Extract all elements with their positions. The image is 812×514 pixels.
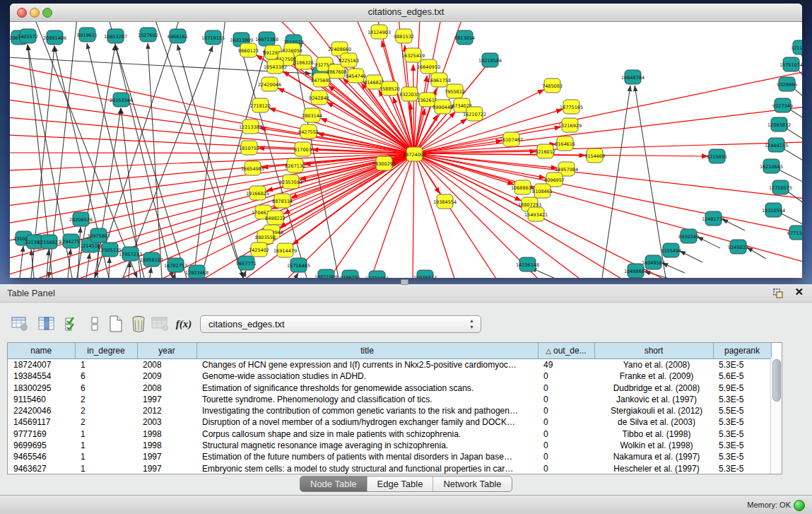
delete-table-button[interactable] [129, 314, 148, 334]
column-header-in_degree[interactable]: in_degree [75, 343, 137, 359]
window-titlebar[interactable]: citations_edges.txt [10, 4, 802, 22]
table-cell[interactable]: Jankovic et al. (1997) [594, 394, 713, 405]
table-cell[interactable]: Investigating the contribution of common… [196, 405, 538, 416]
table-cell[interactable]: 14569117 [8, 416, 75, 428]
table-cell[interactable]: 0 [538, 405, 594, 416]
table-row[interactable]: 911546021997Tourette syndrome. Phenomeno… [8, 394, 771, 405]
table-cell[interactable]: 1 [75, 440, 137, 451]
float-panel-icon[interactable] [772, 288, 784, 299]
table-cell[interactable]: 2008 [137, 382, 196, 394]
table-cell[interactable]: 0 [538, 451, 594, 462]
table-cell[interactable]: Estimation of significance thresholds fo… [196, 382, 538, 394]
table-cell[interactable]: 5.3E-5 [713, 428, 771, 440]
table-cell[interactable]: 1997 [137, 451, 196, 462]
table-cell[interactable]: 5.5E-5 [713, 405, 771, 416]
table-cell[interactable]: 19384554 [8, 370, 75, 382]
table-cell[interactable]: 9699695 [8, 440, 75, 451]
table-cell[interactable]: 6 [75, 370, 137, 382]
table-row[interactable]: 2242004622012Investigating the contribut… [8, 405, 771, 416]
table-cell[interactable]: Tourette syndrome. Phenomenology and cla… [196, 394, 538, 405]
table-cell[interactable]: 1 [75, 451, 137, 462]
table-cell[interactable]: 1997 [137, 394, 196, 405]
table-cell[interactable]: 2012 [137, 405, 196, 416]
table-cell[interactable]: 2009 [137, 370, 196, 382]
table-row[interactable]: 969969511998Structural magnetic resonanc… [8, 440, 771, 451]
table-cell[interactable]: 1997 [137, 463, 196, 474]
table-cell[interactable]: 6 [75, 382, 137, 394]
table-cell[interactable]: 9463627 [8, 463, 75, 474]
table-cell[interactable]: 1 [75, 359, 137, 371]
memory-status-led[interactable] [794, 500, 805, 511]
table-cell[interactable]: Dudbridge et al. (2008) [594, 382, 713, 394]
new-table-button[interactable] [106, 314, 126, 334]
table-cell[interactable]: 0 [538, 440, 594, 451]
table-cell[interactable]: de Silva et al. (2003) [594, 416, 713, 428]
table-row[interactable]: 946362711997Embryonic stem cells: a mode… [8, 463, 771, 474]
table-cell[interactable]: 5.3E-5 [713, 463, 771, 474]
table-selector-dropdown[interactable]: citations_edges.txt ▲▼ [200, 315, 481, 333]
splitter-grip[interactable] [401, 279, 408, 285]
table-cell[interactable]: Corpus callosum shape and size in male p… [196, 428, 538, 440]
select-column-button[interactable] [37, 314, 57, 334]
table-row[interactable]: 1872400712008Changes of HCN gene express… [8, 359, 771, 371]
table-cell[interactable]: 1998 [137, 440, 196, 451]
column-header-year[interactable]: year [137, 343, 196, 359]
table-cell[interactable]: 0 [538, 382, 594, 394]
table-cell[interactable]: 0 [538, 428, 594, 440]
table-cell[interactable]: 49 [538, 359, 594, 371]
table-cell[interactable]: 1 [75, 428, 137, 440]
network-canvas[interactable]: 2061319140557220891406891961110653287152… [10, 22, 802, 278]
table-row[interactable]: 1456911722003Disruption of a novel membe… [8, 416, 771, 428]
select-all-button[interactable] [62, 314, 82, 334]
table-cell[interactable]: 9465546 [8, 451, 75, 462]
table-cell[interactable]: 22420046 [8, 405, 75, 416]
table-cell[interactable]: 5.3E-5 [713, 394, 771, 405]
table-cell[interactable]: 9115460 [8, 394, 75, 405]
column-header-name[interactable]: name [8, 343, 75, 359]
table-cell[interactable]: 2003 [137, 416, 196, 428]
table-row[interactable]: 1938455462009Genome-wide association stu… [8, 370, 771, 382]
tab-node-table[interactable]: Node Table [300, 477, 367, 491]
function-builder-button[interactable]: f(x) [174, 314, 194, 334]
table-cell[interactable]: Stergiakouli et al. (2012) [594, 405, 713, 416]
table-cell[interactable]: 5.3E-5 [713, 359, 771, 371]
table-row[interactable]: 946554611997Estimation of the future num… [8, 451, 771, 462]
table-cell[interactable]: 9777169 [8, 428, 75, 440]
table-cell[interactable]: Embryonic stem cells: a model to study s… [196, 463, 538, 474]
close-panel-icon[interactable]: ✕ [794, 286, 804, 298]
table-cell[interactable]: Estimation of the future numbers of pati… [196, 451, 538, 462]
table-cell[interactable]: Franke et al. (2009) [594, 370, 713, 382]
table-cell[interactable]: 18724007 [8, 359, 75, 371]
table-cell[interactable]: Nakamura et al. (1997) [594, 451, 713, 462]
table-cell[interactable]: 0 [538, 416, 594, 428]
table-cell[interactable]: 1 [75, 463, 137, 474]
table-cell[interactable]: 2 [75, 405, 137, 416]
table-cell[interactable]: Wolkin et al. (1998) [594, 440, 713, 451]
tab-network-table[interactable]: Network Table [433, 477, 511, 491]
table-cell[interactable]: 5.6E-5 [713, 370, 771, 382]
table-cell[interactable]: 2008 [137, 359, 196, 371]
table-cell[interactable]: 0 [538, 394, 594, 405]
table-cell[interactable]: Genome-wide association studies in ADHD. [196, 370, 538, 382]
table-cell[interactable]: 2 [75, 394, 137, 405]
deselect-all-button[interactable] [85, 314, 105, 334]
table-settings-button[interactable] [10, 314, 30, 334]
column-header-title[interactable]: title [196, 343, 538, 359]
table-cell[interactable]: 5.9E-5 [713, 382, 771, 394]
table-cell[interactable]: 5.3E-5 [713, 440, 771, 451]
table-cell[interactable]: Disruption of a novel member of a sodium… [196, 416, 538, 428]
table-scrollbar-thumb[interactable] [772, 359, 781, 402]
table-cell[interactable]: 0 [538, 370, 594, 382]
table-cell[interactable]: 1998 [137, 428, 196, 440]
network-svg[interactable]: 2061319140557220891406891961110653287152… [10, 22, 802, 278]
table-cell[interactable]: 5.3E-5 [713, 416, 771, 428]
column-header-short[interactable]: short [594, 343, 713, 359]
table-cell[interactable]: 18300295 [8, 382, 75, 394]
column-header-out_de[interactable]: △out_de... [538, 343, 594, 359]
table-cell[interactable]: 2 [75, 416, 137, 428]
table-cell[interactable]: 5.3E-5 [713, 451, 771, 462]
table-cell[interactable]: Yano et al. (2008) [594, 359, 713, 371]
table-row[interactable]: 977716911998Corpus callosum shape and si… [8, 428, 771, 440]
table-cell[interactable]: Changes of HCN gene expression and I(f) … [196, 359, 538, 371]
column-header-pagerank[interactable]: pagerank [713, 343, 771, 359]
